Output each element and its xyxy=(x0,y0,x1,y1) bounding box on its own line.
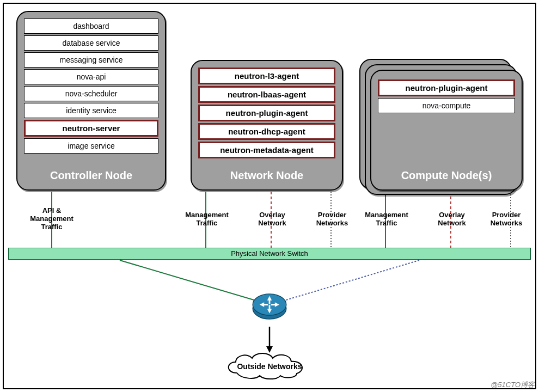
controller-service: nova-scheduler xyxy=(24,86,158,101)
controller-service: neutron-server xyxy=(24,120,158,137)
network-node: neutron-l3-agentneutron-lbaas-agentneutr… xyxy=(191,60,343,191)
controller-service: image service xyxy=(24,138,158,154)
physical-switch: Physical Network Switch xyxy=(8,248,531,260)
compute-node: neutron-plugin-agentnova-compute Compute… xyxy=(370,70,523,191)
controller-service: messaging service xyxy=(24,52,158,68)
controller-title: Controller Node xyxy=(17,169,165,182)
compute-service: nova-compute xyxy=(378,98,515,113)
label-net-provider: Provider Networks xyxy=(302,211,362,228)
network-title: Network Node xyxy=(192,169,342,182)
label-net-mgmt: Management Traffic xyxy=(177,211,237,228)
network-service: neutron-dhcp-agent xyxy=(198,123,335,140)
network-service: neutron-lbaas-agent xyxy=(198,86,335,103)
label-comp-mgmt: Management Traffic xyxy=(357,211,416,228)
network-service: neutron-metadata-agent xyxy=(198,142,335,158)
controller-service: nova-api xyxy=(24,69,158,84)
outside-networks-cloud: Outside Networks xyxy=(220,348,318,381)
controller-node: dashboarddatabase servicemessaging servi… xyxy=(16,11,166,191)
label-api-mgmt: API & Management Traffic xyxy=(22,207,82,231)
watermark: @51CTO博客 xyxy=(491,380,535,390)
compute-service: neutron-plugin-agent xyxy=(378,79,515,96)
router-icon xyxy=(250,287,289,326)
controller-service: database service xyxy=(24,35,158,51)
label-net-overlay: Overlay Network xyxy=(242,211,302,228)
network-service: neutron-plugin-agent xyxy=(198,105,335,121)
controller-service: identity service xyxy=(24,103,158,118)
compute-title: Compute Node(s) xyxy=(371,169,522,182)
compute-service-list: neutron-plugin-agentnova-compute xyxy=(378,79,515,113)
controller-service-list: dashboarddatabase servicemessaging servi… xyxy=(24,19,158,154)
network-service-list: neutron-l3-agentneutron-lbaas-agentneutr… xyxy=(198,68,335,158)
label-comp-provider: Provider Networks xyxy=(482,211,531,228)
network-service: neutron-l3-agent xyxy=(198,68,335,84)
label-comp-overlay: Overlay Network xyxy=(422,211,482,228)
controller-service: dashboard xyxy=(24,19,158,34)
outside-networks-text: Outside Networks xyxy=(237,362,302,371)
